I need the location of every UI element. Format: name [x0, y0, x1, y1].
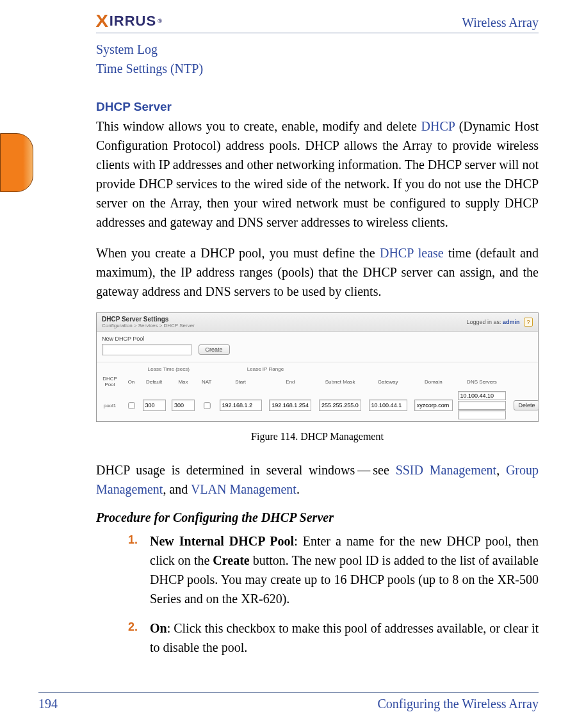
crossref-links: System Log Time Settings (NTP): [96, 40, 539, 78]
link-time-settings[interactable]: Time Settings (NTP): [96, 59, 539, 78]
cell-dns1[interactable]: [458, 391, 507, 400]
step-2-bold: On: [150, 621, 167, 635]
figure-login-status: Logged in as: admin ?: [466, 318, 533, 327]
cell-mask[interactable]: [319, 400, 361, 411]
link-dhcp-lease[interactable]: DHCP lease: [380, 246, 444, 260]
cell-pool: pool1: [97, 389, 123, 421]
link-system-log[interactable]: System Log: [96, 40, 539, 59]
new-pool-input[interactable]: [102, 344, 191, 355]
link-dhcp[interactable]: DHCP: [421, 119, 455, 133]
page-header: XIRRUS® Wireless Array: [96, 10, 539, 33]
brand-logo: XIRRUS®: [96, 12, 163, 30]
p3-text-b: ,: [496, 463, 506, 477]
figure-pool-table: Lease Time (secs) Lease IP Range DHCP Po…: [97, 362, 538, 421]
cell-on-checkbox[interactable]: [128, 402, 134, 408]
delete-button[interactable]: Delete: [514, 400, 539, 410]
page: XIRRUS® Wireless Array System Log Time S…: [0, 0, 577, 728]
sup-range: Lease IP Range: [216, 362, 316, 374]
logged-in-user: admin: [503, 319, 520, 325]
p1-text-b: (Dynamic Host Configuration Protocol) ad…: [96, 119, 539, 229]
table-header-row: DHCP Pool On Default Max NAT Start End S…: [97, 374, 538, 389]
logo-text: IRRUS: [110, 14, 156, 28]
col-gateway: Gateway: [365, 374, 410, 389]
p3-text-d: .: [297, 482, 300, 496]
figure-settings-title: DHCP Server Settings: [102, 316, 168, 323]
col-domain: Domain: [410, 374, 456, 389]
cell-default[interactable]: [143, 400, 166, 411]
col-dns: DNS Servers: [457, 374, 508, 389]
procedure-steps: 1. New Internal DHCP Pool: Enter a name …: [96, 531, 539, 657]
p3-text-a: DHCP usage is determined in several wind…: [96, 463, 396, 477]
paragraph-3: DHCP usage is determined in several wind…: [96, 460, 539, 499]
cell-end[interactable]: [269, 400, 311, 411]
table-superheader: Lease Time (secs) Lease IP Range: [97, 362, 538, 374]
col-on: On: [123, 374, 140, 389]
cell-start[interactable]: [220, 400, 262, 411]
col-default: Default: [140, 374, 168, 389]
figure-new-pool-row: New DHCP Pool Create: [97, 332, 538, 362]
new-pool-label: New DHCP Pool: [102, 336, 533, 342]
p1-text-a: This window allows you to create, enable…: [96, 119, 421, 133]
footer-section-title: Configuring the Wireless Array: [377, 697, 539, 711]
step-2-number: 2.: [128, 619, 138, 636]
link-ssid-management[interactable]: SSID Management: [396, 463, 497, 477]
step-2-text: : Click this checkbox to make this pool …: [150, 621, 539, 654]
body: System Log Time Settings (NTP) DHCP Serv…: [96, 40, 539, 667]
paragraph-1: This window allows you to create, enable…: [96, 117, 539, 232]
step-1-bold: New Internal DHCP Pool: [150, 534, 294, 548]
registered-icon: ®: [158, 19, 163, 24]
cell-nat-checkbox[interactable]: [204, 402, 210, 408]
figure-breadcrumb: Configuration > Services > DHCP Server: [102, 323, 195, 328]
cell-max[interactable]: [172, 400, 195, 411]
header-product-name: Wireless Array: [462, 15, 539, 30]
col-nat: NAT: [198, 374, 216, 389]
step-1-bold2: Create: [213, 553, 249, 567]
step-1-number: 1.: [128, 531, 138, 549]
figure-title-block: DHCP Server Settings Configuration > Ser…: [102, 316, 195, 328]
page-footer: 194 Configuring the Wireless Array: [38, 692, 539, 711]
logo-x-icon: X: [96, 12, 110, 30]
table-row: pool1: [97, 389, 538, 421]
section-heading: DHCP Server: [96, 100, 539, 114]
cell-gateway[interactable]: [369, 400, 407, 411]
cell-domain[interactable]: [414, 400, 453, 411]
cell-dns-stack: [458, 391, 507, 419]
col-mask: Subnet Mask: [315, 374, 365, 389]
figure-screenshot: DHCP Server Settings Configuration > Ser…: [96, 312, 539, 422]
p3-text-c: , and: [163, 482, 191, 496]
col-end: End: [265, 374, 315, 389]
figure-topbar: DHCP Server Settings Configuration > Ser…: [97, 313, 538, 332]
link-vlan-management[interactable]: VLAN Management: [191, 482, 297, 496]
figure-caption: Figure 114. DHCP Management: [96, 431, 539, 442]
cell-dns3[interactable]: [458, 410, 507, 419]
step-1: 1. New Internal DHCP Pool: Enter a name …: [128, 531, 539, 608]
procedure-heading: Procedure for Configuring the DHCP Serve…: [96, 510, 539, 525]
side-tab-accent: [0, 133, 33, 192]
create-button[interactable]: Create: [199, 344, 230, 355]
paragraph-2: When you create a DHCP pool, you must de…: [96, 243, 539, 301]
col-pool: DHCP Pool: [97, 374, 123, 389]
p2-text-a: When you create a DHCP pool, you must de…: [96, 246, 380, 260]
step-2: 2. On: Click this checkbox to make this …: [128, 619, 539, 657]
help-icon[interactable]: ?: [524, 318, 533, 327]
logged-in-prefix: Logged in as:: [466, 319, 503, 325]
col-start: Start: [216, 374, 266, 389]
cell-dns2[interactable]: [458, 401, 507, 410]
figure-dhcp-management: DHCP Server Settings Configuration > Ser…: [96, 312, 539, 442]
col-max: Max: [168, 374, 197, 389]
page-number: 194: [38, 697, 58, 711]
sup-lease: Lease Time (secs): [140, 362, 198, 374]
